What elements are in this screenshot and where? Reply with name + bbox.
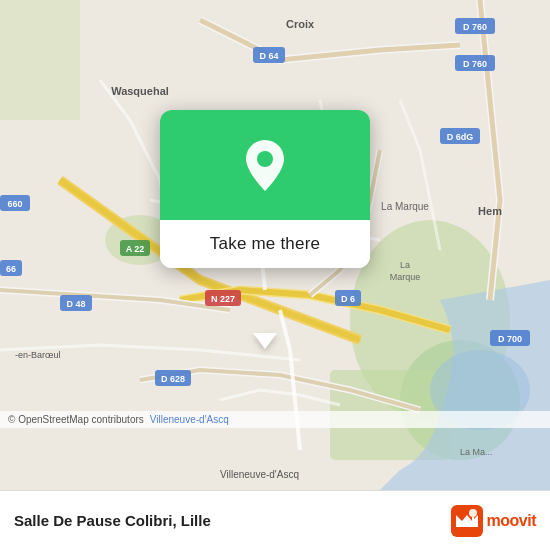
- svg-text:D 760: D 760: [463, 59, 487, 69]
- svg-text:D 64: D 64: [259, 51, 278, 61]
- location-info: Salle De Pause Colibri, Lille: [14, 512, 211, 529]
- moovit-logo: moovit: [451, 505, 536, 537]
- popup-card: Take me there: [160, 110, 370, 268]
- svg-text:D 700: D 700: [498, 334, 522, 344]
- bottom-bar: Salle De Pause Colibri, Lille moovit: [0, 490, 550, 550]
- svg-text:Wasquehal: Wasquehal: [111, 85, 169, 97]
- svg-text:66: 66: [6, 264, 16, 274]
- popup-tail: [253, 333, 277, 349]
- svg-text:Hem: Hem: [478, 205, 502, 217]
- svg-text:D 6: D 6: [341, 294, 355, 304]
- svg-text:Villeneuve-d'Ascq: Villeneuve-d'Ascq: [220, 469, 299, 480]
- svg-text:La Marque: La Marque: [381, 201, 429, 212]
- svg-text:La Ma...: La Ma...: [460, 447, 493, 457]
- svg-text:660: 660: [7, 199, 22, 209]
- svg-text:D 760: D 760: [463, 22, 487, 32]
- svg-text:A 22: A 22: [126, 244, 145, 254]
- attribution-text: © OpenStreetMap contributors: [8, 414, 144, 425]
- svg-point-42: [469, 509, 477, 517]
- location-name: Salle De Pause Colibri, Lille: [14, 512, 211, 529]
- map-container: D 64 D 760 D 760 D 6dG D 48 A 22 N 227 D…: [0, 0, 550, 490]
- moovit-text: moovit: [487, 512, 536, 530]
- svg-text:-en-Barœul: -en-Barœul: [15, 350, 61, 360]
- attribution-link[interactable]: Villeneuve-d'Ascq: [150, 414, 229, 425]
- svg-text:Croix: Croix: [286, 18, 315, 30]
- moovit-icon: [451, 505, 483, 537]
- svg-rect-5: [0, 0, 80, 120]
- svg-text:D 628: D 628: [161, 374, 185, 384]
- take-me-there-button[interactable]: Take me there: [160, 220, 370, 268]
- location-pin-icon: [243, 138, 287, 193]
- svg-text:D 6dG: D 6dG: [447, 132, 474, 142]
- svg-point-40: [257, 151, 273, 167]
- svg-text:D 48: D 48: [66, 299, 85, 309]
- svg-text:Marque: Marque: [390, 272, 421, 282]
- svg-text:La: La: [400, 260, 410, 270]
- svg-text:N 227: N 227: [211, 294, 235, 304]
- attribution-bar: © OpenStreetMap contributors Villeneuve-…: [0, 411, 550, 428]
- popup-header: [160, 110, 370, 220]
